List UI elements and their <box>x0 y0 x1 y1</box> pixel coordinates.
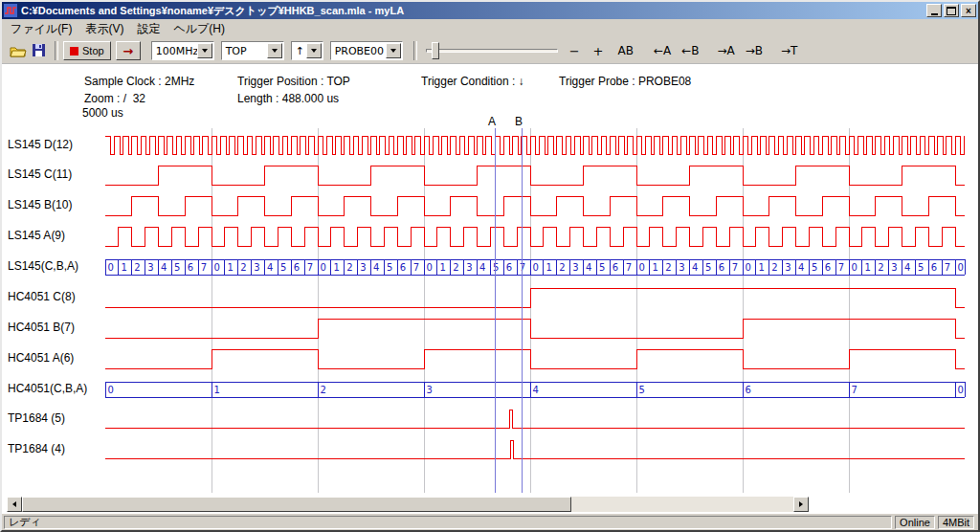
toolbar-separator <box>55 41 58 60</box>
run-arrow-icon: → <box>122 44 133 58</box>
goto-marker-a-back-button[interactable]: ←A <box>650 42 675 59</box>
sample-clock-select[interactable]: 100MHz <box>151 41 214 60</box>
scroll-left-button[interactable] <box>7 497 22 512</box>
goto-marker-a-fwd-button[interactable]: →A <box>713 42 738 59</box>
app-icon <box>4 4 17 17</box>
floppy-save-icon <box>33 44 46 57</box>
sample-clock-info: Sample Clock : 2MHz <box>84 75 194 88</box>
window-title: C:¥Documents and Settings¥noname¥デスクトップ¥… <box>21 4 924 18</box>
toolbar: Stop → 100MHz TOP ↑ PROBE00 − + AB ←A <box>2 38 978 64</box>
chevron-down-icon <box>390 49 396 53</box>
dropdown-arrow-icon[interactable] <box>386 43 401 58</box>
zoom-out-button[interactable]: − <box>566 42 584 60</box>
trigger-probe-select[interactable]: PROBE00 <box>330 41 403 60</box>
zoom-info: Zoom : / 32 <box>84 92 145 105</box>
dropdown-arrow-icon[interactable] <box>197 43 212 58</box>
status-bar: レディ Online 4MBit <box>2 514 978 530</box>
trigger-position-info: Trigger Position : TOP <box>237 75 350 88</box>
sample-clock-value: 100MHz <box>152 45 197 57</box>
scrollbar-track[interactable] <box>571 497 793 512</box>
dropdown-arrow-icon[interactable] <box>267 43 282 58</box>
toolbar-separator <box>413 41 417 60</box>
trigger-probe-info: Trigger Probe : PROBE08 <box>559 75 691 88</box>
channel-label-2[interactable]: LS145 B(10) <box>8 198 72 211</box>
zoom-slider-track[interactable] <box>426 49 558 53</box>
title-bar[interactable]: C:¥Documents and Settings¥noname¥デスクトップ¥… <box>2 2 978 19</box>
menu-bar: ファイル(F) 表示(V) 設定 ヘルプ(H) <box>2 19 978 38</box>
save-button[interactable] <box>29 41 50 60</box>
channel-label-8[interactable]: HC4051(C,B,A) <box>8 382 87 395</box>
waveform-workspace[interactable] <box>2 64 978 514</box>
goto-marker-b-fwd-button[interactable]: →B <box>742 42 767 59</box>
time-window-label: 5000 us <box>82 106 123 120</box>
chevron-down-icon <box>311 49 317 53</box>
chevron-down-icon <box>202 49 208 53</box>
channel-label-4[interactable]: LS145(C,B,A) <box>8 259 78 273</box>
trigger-edge-select[interactable]: ↑ <box>291 41 323 60</box>
folder-open-icon <box>10 45 27 57</box>
stop-button[interactable]: Stop <box>63 41 111 60</box>
arrow-right-icon <box>799 501 803 507</box>
zoom-in-button[interactable]: + <box>590 42 608 60</box>
trigger-probe-value: PROBE00 <box>331 45 386 57</box>
goto-trigger-button[interactable]: →T <box>777 42 801 59</box>
channel-label-1[interactable]: LS145 C(11) <box>8 167 72 181</box>
close-icon: × <box>966 6 971 16</box>
menu-view[interactable]: 表示(V) <box>78 19 130 39</box>
zoom-slider-thumb[interactable] <box>432 42 439 59</box>
channel-label-5[interactable]: HC4051 C(8) <box>8 290 76 303</box>
channel-label-9[interactable]: TP1684 (5) <box>8 411 65 425</box>
minimize-icon <box>931 13 938 15</box>
maximize-icon <box>947 7 956 15</box>
maximize-button[interactable] <box>944 4 959 17</box>
zoom-slider[interactable] <box>426 40 558 61</box>
open-file-button[interactable] <box>8 41 29 60</box>
chevron-down-icon <box>272 49 278 53</box>
app-window: C:¥Documents and Settings¥noname¥デスクトップ¥… <box>0 0 980 532</box>
trigger-position-value: TOP <box>222 45 267 57</box>
trigger-condition-info: Trigger Condition : ↓ <box>421 75 524 88</box>
channel-label-0[interactable]: LS145 D(12) <box>8 138 73 151</box>
goto-marker-b-back-button[interactable]: ←B <box>678 42 702 59</box>
zoom-ab-button[interactable]: AB <box>613 42 636 59</box>
length-info: Length : 488.000 us <box>237 92 339 105</box>
status-message: レディ <box>4 516 892 529</box>
minimize-button[interactable] <box>926 4 942 17</box>
menu-help[interactable]: ヘルプ(H) <box>167 19 232 39</box>
dropdown-arrow-icon[interactable] <box>306 43 322 58</box>
stop-icon <box>70 47 78 55</box>
status-online-badge: Online <box>895 516 935 529</box>
channel-label-10[interactable]: TP1684 (4) <box>8 442 65 455</box>
close-button[interactable]: × <box>961 4 976 17</box>
menu-settings[interactable]: 設定 <box>130 19 167 39</box>
channel-label-6[interactable]: HC4051 B(7) <box>8 321 75 334</box>
arrow-left-icon <box>12 501 16 507</box>
scrollbar-thumb[interactable] <box>22 497 571 512</box>
channel-label-3[interactable]: LS145 A(9) <box>8 229 65 242</box>
menu-file[interactable]: ファイル(F) <box>4 19 78 39</box>
horizontal-scrollbar[interactable] <box>7 497 809 512</box>
trigger-edge-value: ↑ <box>292 45 306 57</box>
channel-label-7[interactable]: HC4051 A(6) <box>8 351 74 365</box>
stop-label: Stop <box>82 45 104 56</box>
trigger-position-select[interactable]: TOP <box>221 41 284 60</box>
scroll-right-button[interactable] <box>793 497 809 512</box>
status-memory-badge: 4MBit <box>938 516 974 529</box>
run-button[interactable]: → <box>116 41 141 60</box>
